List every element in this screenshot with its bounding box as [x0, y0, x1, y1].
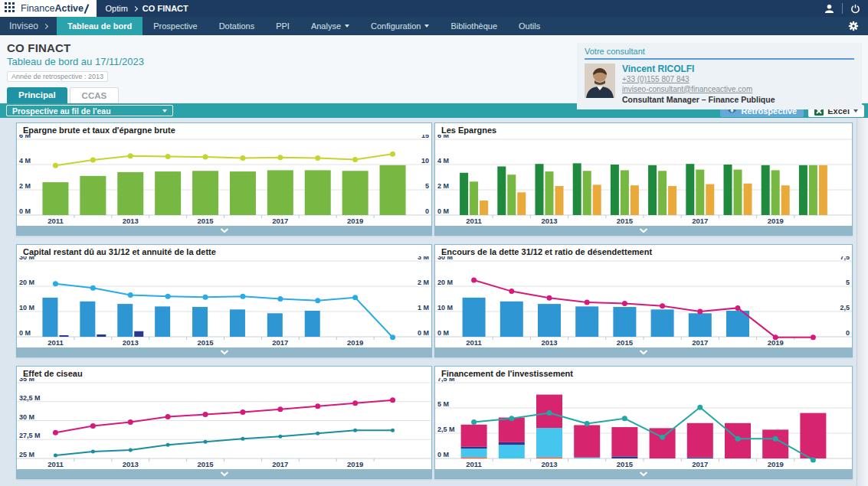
chart-panel-epargne-brute: Epargne brute et taux d'épargne brute 0 … [16, 122, 432, 236]
caret-down-icon [424, 24, 429, 28]
svg-text:25 M: 25 M [19, 451, 34, 458]
tab-ccas[interactable]: CCAS [70, 87, 120, 103]
svg-text:5 M: 5 M [437, 400, 449, 408]
main-nav: Inviseo Tableau de bord Prospective Dota… [0, 17, 868, 35]
chevron-down-icon [220, 228, 229, 233]
financeactive-logo: FinanceActive [21, 3, 87, 14]
chart-title: Financement de l'investissement [435, 367, 852, 378]
scenario-select[interactable]: Prospective au fil de l'eau [6, 105, 173, 116]
svg-text:0 M: 0 M [19, 207, 31, 215]
nav-item-configuration[interactable]: Configuration [360, 17, 440, 35]
consultant-email-link[interactable]: inviseo-consultant@financeactive.com [622, 85, 775, 95]
expand-chart-button[interactable] [17, 226, 431, 235]
svg-text:2013: 2013 [541, 338, 557, 347]
svg-text:6 M: 6 M [437, 135, 449, 139]
svg-text:2011: 2011 [47, 217, 64, 225]
svg-text:2019: 2019 [347, 217, 363, 225]
chart-encours-dette: 0 M10 M20 M30 M02,557,520112013201520172… [435, 256, 852, 347]
svg-text:2011: 2011 [47, 460, 64, 468]
page-scrollbar[interactable] [857, 118, 868, 486]
svg-text:2015: 2015 [197, 217, 214, 225]
caret-down-icon [162, 109, 167, 113]
chevron-right-icon [133, 5, 138, 11]
svg-text:30 M: 30 M [19, 413, 34, 421]
svg-text:2011: 2011 [466, 217, 482, 225]
nav-item-dotations[interactable]: Dotations [208, 17, 265, 35]
svg-text:5: 5 [425, 182, 429, 190]
tab-principal[interactable]: Principal [7, 87, 67, 103]
top-bar: FinanceActive Optim CO FINACT [0, 0, 868, 17]
svg-text:2013: 2013 [541, 460, 557, 468]
svg-text:5: 5 [846, 279, 850, 286]
svg-text:2017: 2017 [692, 338, 708, 347]
svg-text:30 M: 30 M [437, 256, 453, 261]
svg-text:0 M: 0 M [19, 329, 31, 337]
chart-capital-restant: 0 M10 M20 M30 M0 M1 M2 M3 M2011201320152… [17, 256, 431, 347]
svg-text:2015: 2015 [617, 338, 634, 347]
nav-item-analyse[interactable]: Analyse [300, 17, 360, 35]
settings-gear-button[interactable] [839, 17, 868, 35]
svg-text:2 M: 2 M [19, 182, 31, 190]
app-grid-icon[interactable] [5, 2, 15, 15]
nav-item-prospective[interactable]: Prospective [142, 17, 208, 35]
caret-down-icon [345, 24, 349, 28]
svg-text:2017: 2017 [692, 460, 708, 468]
svg-text:2017: 2017 [272, 338, 288, 347]
logout-button[interactable] [843, 0, 868, 17]
chart-title: Encours de la dette 31/12 et ratio de dé… [435, 245, 852, 256]
chevron-right-icon [43, 23, 48, 28]
chevron-down-icon [220, 350, 229, 355]
logo-slash [84, 4, 89, 14]
page-header: CO FINACT Tableau de bord au 17/11/2023 … [0, 35, 868, 103]
chart-panel-capital-restant: Capital restant dû au 31/12 et annuité d… [16, 244, 432, 357]
chevron-down-icon [639, 228, 648, 233]
chart-effet-ciseau: 25 M27,5 M30 M32,5 M35 M2011201320152017… [17, 378, 431, 469]
expand-chart-button[interactable] [17, 347, 431, 357]
power-icon [850, 4, 860, 14]
nav-item-bibliotheque[interactable]: Bibliothèque [440, 17, 508, 35]
svg-text:2015: 2015 [617, 217, 634, 225]
svg-text:20 M: 20 M [19, 279, 34, 286]
svg-text:4 M: 4 M [437, 157, 449, 165]
chart-panel-les-epargnes: Les Epargnes 0 M2 M4 M6 M201120132015201… [434, 122, 853, 236]
svg-text:2015: 2015 [197, 460, 214, 468]
svg-text:10: 10 [421, 157, 429, 165]
dashboard-tabs: Principal CCAS [7, 87, 119, 103]
svg-text:2017: 2017 [692, 217, 708, 225]
nav-product-inviseo[interactable]: Inviseo [0, 17, 57, 35]
expand-chart-button[interactable] [435, 469, 852, 478]
svg-text:0 M: 0 M [437, 207, 449, 215]
expand-chart-button[interactable] [435, 347, 852, 357]
svg-text:10 M: 10 M [19, 304, 34, 311]
svg-text:15: 15 [421, 135, 429, 139]
svg-text:1 M: 1 M [418, 304, 429, 311]
svg-text:2019: 2019 [768, 217, 784, 225]
svg-text:2015: 2015 [617, 460, 634, 468]
breadcrumb-app[interactable]: Optim [106, 4, 128, 13]
chevron-down-icon [220, 471, 229, 477]
consultant-avatar [585, 64, 615, 98]
consultant-name: Vincent RICOLFI [622, 64, 775, 75]
chart-title: Epargne brute et taux d'épargne brute [17, 123, 431, 135]
breadcrumb: Optim CO FINACT [97, 0, 198, 17]
nav-item-ppi[interactable]: PPI [265, 17, 300, 35]
consultant-phone-link[interactable]: +33 (0)155 807 843 [622, 75, 775, 85]
svg-text:2013: 2013 [123, 217, 139, 225]
user-account-button[interactable] [817, 0, 842, 17]
logo-area: FinanceActive [0, 0, 97, 17]
nav-item-tableau-de-bord[interactable]: Tableau de bord [57, 17, 142, 35]
svg-text:27,5 M: 27,5 M [19, 432, 41, 439]
svg-text:2013: 2013 [541, 217, 557, 225]
consultant-card: Votre consultant Vincent RICOLFI +33 (0)… [577, 43, 862, 109]
chart-panel-effet-ciseau: Effet de ciseau 25 M27,5 M30 M32,5 M35 M… [16, 366, 432, 479]
svg-text:0 M: 0 M [418, 329, 429, 337]
consultant-card-label: Votre consultant [585, 47, 854, 60]
expand-chart-button[interactable] [435, 226, 852, 235]
svg-text:2011: 2011 [466, 460, 482, 468]
svg-text:3 M: 3 M [418, 256, 429, 261]
chart-epargne-brute: 0 M2 M4 M6 M05101520112013201520172019 [17, 135, 431, 226]
nav-item-outils[interactable]: Outils [508, 17, 551, 35]
svg-text:2,5 M: 2,5 M [437, 426, 455, 433]
expand-chart-button[interactable] [17, 469, 431, 478]
chevron-down-icon [639, 350, 648, 355]
